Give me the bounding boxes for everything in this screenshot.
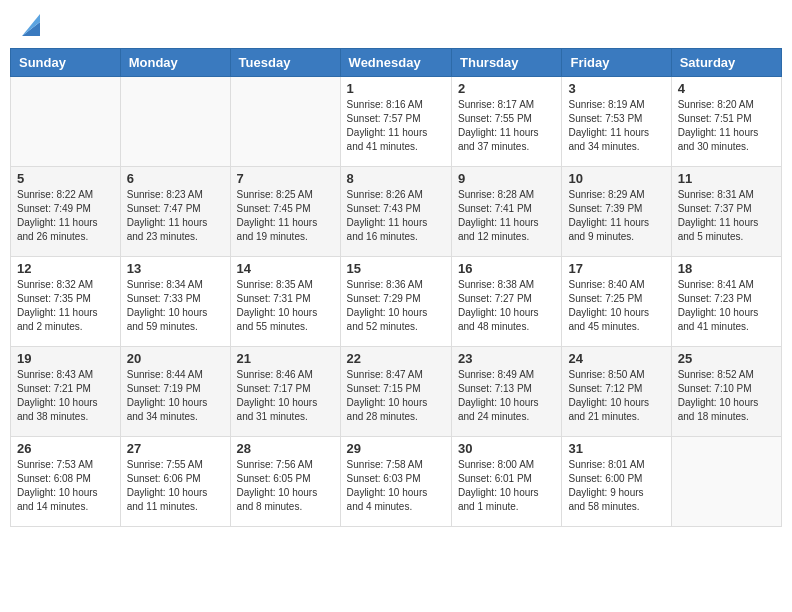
day-number: 14 xyxy=(237,261,334,276)
day-info: Sunrise: 8:01 AM Sunset: 6:00 PM Dayligh… xyxy=(568,458,664,514)
day-info: Sunrise: 8:28 AM Sunset: 7:41 PM Dayligh… xyxy=(458,188,555,244)
day-header-friday: Friday xyxy=(562,49,671,77)
day-info: Sunrise: 8:40 AM Sunset: 7:25 PM Dayligh… xyxy=(568,278,664,334)
day-info: Sunrise: 8:17 AM Sunset: 7:55 PM Dayligh… xyxy=(458,98,555,154)
day-number: 27 xyxy=(127,441,224,456)
day-header-tuesday: Tuesday xyxy=(230,49,340,77)
calendar-cell: 31Sunrise: 8:01 AM Sunset: 6:00 PM Dayli… xyxy=(562,437,671,527)
calendar-cell: 21Sunrise: 8:46 AM Sunset: 7:17 PM Dayli… xyxy=(230,347,340,437)
day-header-monday: Monday xyxy=(120,49,230,77)
logo xyxy=(18,14,40,36)
calendar-week-row: 12Sunrise: 8:32 AM Sunset: 7:35 PM Dayli… xyxy=(11,257,782,347)
calendar-cell: 14Sunrise: 8:35 AM Sunset: 7:31 PM Dayli… xyxy=(230,257,340,347)
calendar-cell: 24Sunrise: 8:50 AM Sunset: 7:12 PM Dayli… xyxy=(562,347,671,437)
day-info: Sunrise: 8:32 AM Sunset: 7:35 PM Dayligh… xyxy=(17,278,114,334)
calendar-week-row: 26Sunrise: 7:53 AM Sunset: 6:08 PM Dayli… xyxy=(11,437,782,527)
day-info: Sunrise: 8:35 AM Sunset: 7:31 PM Dayligh… xyxy=(237,278,334,334)
day-number: 6 xyxy=(127,171,224,186)
calendar-cell: 8Sunrise: 8:26 AM Sunset: 7:43 PM Daylig… xyxy=(340,167,451,257)
calendar-cell: 12Sunrise: 8:32 AM Sunset: 7:35 PM Dayli… xyxy=(11,257,121,347)
day-number: 23 xyxy=(458,351,555,366)
calendar-cell: 7Sunrise: 8:25 AM Sunset: 7:45 PM Daylig… xyxy=(230,167,340,257)
day-number: 10 xyxy=(568,171,664,186)
calendar-cell: 19Sunrise: 8:43 AM Sunset: 7:21 PM Dayli… xyxy=(11,347,121,437)
calendar-cell: 28Sunrise: 7:56 AM Sunset: 6:05 PM Dayli… xyxy=(230,437,340,527)
day-info: Sunrise: 8:16 AM Sunset: 7:57 PM Dayligh… xyxy=(347,98,445,154)
day-info: Sunrise: 8:36 AM Sunset: 7:29 PM Dayligh… xyxy=(347,278,445,334)
calendar-cell xyxy=(11,77,121,167)
calendar-cell: 17Sunrise: 8:40 AM Sunset: 7:25 PM Dayli… xyxy=(562,257,671,347)
day-info: Sunrise: 8:41 AM Sunset: 7:23 PM Dayligh… xyxy=(678,278,775,334)
calendar-cell: 25Sunrise: 8:52 AM Sunset: 7:10 PM Dayli… xyxy=(671,347,781,437)
day-info: Sunrise: 8:49 AM Sunset: 7:13 PM Dayligh… xyxy=(458,368,555,424)
day-info: Sunrise: 7:58 AM Sunset: 6:03 PM Dayligh… xyxy=(347,458,445,514)
day-number: 15 xyxy=(347,261,445,276)
day-number: 3 xyxy=(568,81,664,96)
day-info: Sunrise: 7:56 AM Sunset: 6:05 PM Dayligh… xyxy=(237,458,334,514)
day-header-thursday: Thursday xyxy=(452,49,562,77)
calendar-cell: 30Sunrise: 8:00 AM Sunset: 6:01 PM Dayli… xyxy=(452,437,562,527)
calendar-cell xyxy=(230,77,340,167)
day-info: Sunrise: 7:53 AM Sunset: 6:08 PM Dayligh… xyxy=(17,458,114,514)
calendar-cell: 11Sunrise: 8:31 AM Sunset: 7:37 PM Dayli… xyxy=(671,167,781,257)
day-info: Sunrise: 8:38 AM Sunset: 7:27 PM Dayligh… xyxy=(458,278,555,334)
day-number: 5 xyxy=(17,171,114,186)
calendar-cell xyxy=(120,77,230,167)
day-info: Sunrise: 8:19 AM Sunset: 7:53 PM Dayligh… xyxy=(568,98,664,154)
day-number: 21 xyxy=(237,351,334,366)
day-info: Sunrise: 8:25 AM Sunset: 7:45 PM Dayligh… xyxy=(237,188,334,244)
day-info: Sunrise: 8:44 AM Sunset: 7:19 PM Dayligh… xyxy=(127,368,224,424)
calendar-cell: 9Sunrise: 8:28 AM Sunset: 7:41 PM Daylig… xyxy=(452,167,562,257)
day-info: Sunrise: 8:52 AM Sunset: 7:10 PM Dayligh… xyxy=(678,368,775,424)
day-info: Sunrise: 8:29 AM Sunset: 7:39 PM Dayligh… xyxy=(568,188,664,244)
day-number: 12 xyxy=(17,261,114,276)
day-number: 22 xyxy=(347,351,445,366)
day-number: 17 xyxy=(568,261,664,276)
calendar-cell xyxy=(671,437,781,527)
day-info: Sunrise: 8:34 AM Sunset: 7:33 PM Dayligh… xyxy=(127,278,224,334)
day-number: 31 xyxy=(568,441,664,456)
calendar-cell: 29Sunrise: 7:58 AM Sunset: 6:03 PM Dayli… xyxy=(340,437,451,527)
calendar-cell: 10Sunrise: 8:29 AM Sunset: 7:39 PM Dayli… xyxy=(562,167,671,257)
day-number: 20 xyxy=(127,351,224,366)
day-number: 18 xyxy=(678,261,775,276)
calendar-cell: 5Sunrise: 8:22 AM Sunset: 7:49 PM Daylig… xyxy=(11,167,121,257)
page-header xyxy=(10,10,782,40)
calendar-cell: 15Sunrise: 8:36 AM Sunset: 7:29 PM Dayli… xyxy=(340,257,451,347)
calendar-cell: 4Sunrise: 8:20 AM Sunset: 7:51 PM Daylig… xyxy=(671,77,781,167)
day-info: Sunrise: 8:00 AM Sunset: 6:01 PM Dayligh… xyxy=(458,458,555,514)
day-number: 11 xyxy=(678,171,775,186)
calendar-cell: 18Sunrise: 8:41 AM Sunset: 7:23 PM Dayli… xyxy=(671,257,781,347)
logo-icon xyxy=(22,14,40,36)
day-info: Sunrise: 8:26 AM Sunset: 7:43 PM Dayligh… xyxy=(347,188,445,244)
calendar-cell: 23Sunrise: 8:49 AM Sunset: 7:13 PM Dayli… xyxy=(452,347,562,437)
day-number: 28 xyxy=(237,441,334,456)
calendar-header-row: SundayMondayTuesdayWednesdayThursdayFrid… xyxy=(11,49,782,77)
calendar-table: SundayMondayTuesdayWednesdayThursdayFrid… xyxy=(10,48,782,527)
day-number: 13 xyxy=(127,261,224,276)
day-number: 26 xyxy=(17,441,114,456)
day-info: Sunrise: 8:46 AM Sunset: 7:17 PM Dayligh… xyxy=(237,368,334,424)
day-number: 19 xyxy=(17,351,114,366)
day-number: 9 xyxy=(458,171,555,186)
calendar-cell: 1Sunrise: 8:16 AM Sunset: 7:57 PM Daylig… xyxy=(340,77,451,167)
day-info: Sunrise: 8:50 AM Sunset: 7:12 PM Dayligh… xyxy=(568,368,664,424)
day-header-sunday: Sunday xyxy=(11,49,121,77)
day-number: 24 xyxy=(568,351,664,366)
day-info: Sunrise: 8:23 AM Sunset: 7:47 PM Dayligh… xyxy=(127,188,224,244)
calendar-cell: 3Sunrise: 8:19 AM Sunset: 7:53 PM Daylig… xyxy=(562,77,671,167)
calendar-cell: 27Sunrise: 7:55 AM Sunset: 6:06 PM Dayli… xyxy=(120,437,230,527)
day-number: 7 xyxy=(237,171,334,186)
day-number: 4 xyxy=(678,81,775,96)
calendar-cell: 2Sunrise: 8:17 AM Sunset: 7:55 PM Daylig… xyxy=(452,77,562,167)
day-number: 1 xyxy=(347,81,445,96)
day-number: 8 xyxy=(347,171,445,186)
day-number: 30 xyxy=(458,441,555,456)
calendar-cell: 16Sunrise: 8:38 AM Sunset: 7:27 PM Dayli… xyxy=(452,257,562,347)
day-info: Sunrise: 8:47 AM Sunset: 7:15 PM Dayligh… xyxy=(347,368,445,424)
calendar-cell: 6Sunrise: 8:23 AM Sunset: 7:47 PM Daylig… xyxy=(120,167,230,257)
day-info: Sunrise: 8:20 AM Sunset: 7:51 PM Dayligh… xyxy=(678,98,775,154)
day-number: 16 xyxy=(458,261,555,276)
day-number: 25 xyxy=(678,351,775,366)
calendar-week-row: 1Sunrise: 8:16 AM Sunset: 7:57 PM Daylig… xyxy=(11,77,782,167)
